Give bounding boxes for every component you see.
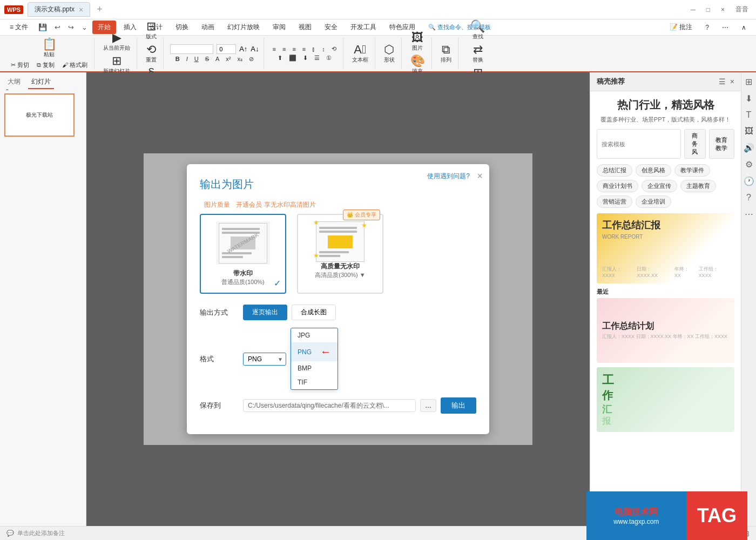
font-family-input[interactable] (170, 44, 213, 54)
tag-theme[interactable]: 主题教育 (680, 180, 716, 192)
underline-button[interactable]: U (192, 55, 201, 63)
maximize-button[interactable]: □ (703, 5, 713, 15)
font-size-input[interactable]: 0 (217, 44, 236, 54)
format-paint-button[interactable]: 🖌 格式刷 (60, 60, 90, 70)
menu-collapse[interactable]: ∧ (736, 22, 752, 33)
line-space-button[interactable]: ↕ (320, 45, 327, 53)
superscript-button[interactable]: x² (224, 55, 233, 63)
col-layout-button[interactable]: ⫿ (310, 45, 318, 53)
quality-watermark-option[interactable]: WATERMARK 带水印 普通品质(100%) ✓ (200, 214, 286, 294)
play-button[interactable]: ▶ 从当前开始 (101, 31, 132, 53)
reset-button[interactable]: ⟲ 重置 (144, 43, 159, 65)
dropdown-bmp[interactable]: BMP (291, 361, 338, 375)
panel-close-icon[interactable]: × (730, 77, 734, 86)
right-icon-help[interactable]: ? (746, 193, 751, 202)
right-icon-time[interactable]: 🕐 (744, 176, 754, 186)
menu-help[interactable]: ? (700, 22, 714, 33)
menu-view[interactable]: 视图 (293, 21, 317, 34)
font-color-button[interactable]: A (213, 55, 221, 63)
toolbar-save-icon[interactable]: 💾 (36, 22, 50, 33)
strikethrough-button[interactable]: S (203, 55, 211, 63)
save-path-input[interactable] (243, 399, 416, 412)
italic-button[interactable]: I (184, 55, 190, 63)
tab-slides[interactable]: 幻灯片 (28, 76, 54, 89)
slide-thumbnail-1[interactable]: 1 极光下载站 (4, 93, 75, 137)
template-pink[interactable]: 工作总结计划 汇报人：XXXX 日期：XXXX.XX 年终：XX 工作组：XXX… (597, 298, 734, 363)
tab-close-icon[interactable]: × (79, 5, 83, 14)
user-avatar[interactable]: 音音 (732, 4, 752, 15)
clear-format-button[interactable]: ⊘ (247, 55, 256, 63)
tab-outline[interactable]: 大纲 (4, 76, 24, 89)
add-note-text[interactable]: 单击此处添加备注 (17, 529, 65, 537)
browse-button[interactable]: … (420, 399, 436, 412)
page-by-page-button[interactable]: 逐页输出 (243, 305, 287, 320)
font-size-down-icon[interactable]: A↓ (251, 45, 259, 53)
right-icon-sound[interactable]: 🔊 (744, 143, 754, 153)
menu-security[interactable]: 安全 (319, 21, 343, 34)
align-center-button[interactable]: ≡ (280, 45, 288, 53)
canvas-area[interactable]: 极光下载站 输出为图片 使用遇到问题? × 图片质量 开通会员 享无水印高清图片 (86, 72, 590, 526)
dropdown-jpg[interactable]: JPG (291, 328, 338, 342)
menu-animation[interactable]: 动画 (196, 21, 220, 34)
text-direction-button[interactable]: ⟲ (329, 45, 339, 53)
export-button[interactable]: 输出 (441, 397, 476, 414)
right-icon-settings[interactable]: ⚙ (745, 159, 753, 170)
toolbar-more-icon[interactable]: ⌄ (79, 22, 90, 33)
justify-button[interactable]: ≡ (300, 45, 308, 53)
active-tab[interactable]: 演示文稿.pptx × (28, 2, 90, 17)
menu-devtools[interactable]: 开发工具 (345, 21, 382, 34)
valign-mid-button[interactable]: ⬛ (287, 54, 299, 62)
tag-business[interactable]: 商业计划书 (597, 180, 638, 192)
menu-more-dots[interactable]: ⋯ (717, 22, 734, 33)
cut-button[interactable]: ✂ 剪切 (9, 60, 31, 70)
right-icon-text[interactable]: T (746, 110, 752, 120)
close-window-button[interactable]: × (718, 5, 728, 15)
right-icon-more[interactable]: ⋯ (745, 209, 753, 219)
tag-training[interactable]: 企业培训 (636, 195, 671, 208)
font-size-up-icon[interactable]: A↑ (239, 45, 247, 53)
layout-button[interactable]: ⊟ 版式 (144, 19, 159, 42)
replace-button[interactable]: ⇄ 替换 (470, 43, 485, 65)
right-icon-layout[interactable]: ⊞ (745, 77, 752, 87)
tag-marketing[interactable]: 营销运营 (597, 195, 632, 208)
image-button[interactable]: 🖼 图片 (409, 31, 426, 53)
dialog-help-link[interactable]: 使用遇到问题? (427, 172, 470, 181)
slide-thumb-area[interactable]: 1 极光下载站 (0, 89, 86, 526)
template-yellow[interactable]: 工作总结汇报 WORK REPORT 汇报人：XXXX 日期：XXXX.XX 年… (597, 213, 734, 284)
paste-button[interactable]: 📋 粘贴 (40, 37, 59, 59)
textbox-button[interactable]: A⃞ 文本框 (350, 43, 370, 65)
numbering-button[interactable]: ① (324, 54, 334, 62)
find-button[interactable]: 🔍 查找 (468, 19, 487, 42)
quality-hd-option[interactable]: 👑 会员专享 ★ ★ ★ (297, 214, 383, 294)
file-menu[interactable]: ≡ 文件 (4, 21, 33, 34)
subscript-button[interactable]: x₂ (235, 55, 245, 63)
tag-courseware[interactable]: 教学课件 (674, 164, 710, 177)
template-green[interactable]: 工 作 汇 报 (597, 367, 734, 432)
panel-list-icon[interactable]: ☰ (719, 77, 726, 86)
toolbar-redo-icon[interactable]: ↪ (65, 22, 77, 33)
shape-button[interactable]: ⬡ 形状 (382, 43, 397, 65)
panel-search-input[interactable] (597, 129, 681, 159)
copy-button[interactable]: ⧉ 复制 (35, 60, 57, 70)
menu-slideshow[interactable]: 幻灯片放映 (222, 21, 265, 34)
list-button[interactable]: ☰ (312, 54, 322, 62)
menu-transition[interactable]: 切换 (170, 21, 194, 34)
valign-bot-button[interactable]: ⬇ (301, 54, 310, 62)
tag-enterprise[interactable]: 企业宣传 (642, 180, 677, 192)
dialog-close-button[interactable]: × (477, 171, 483, 182)
right-icon-image[interactable]: 🖼 (745, 126, 753, 136)
add-tab-button[interactable]: + (92, 4, 107, 15)
hd-dropdown-arrow[interactable]: ▼ (360, 272, 366, 278)
arrange-button[interactable]: ⧉ 排列 (438, 43, 454, 65)
menu-review[interactable]: 审阅 (267, 21, 291, 34)
menu-comment[interactable]: 📝 批注 (664, 21, 698, 34)
minimize-button[interactable]: ─ (687, 5, 699, 15)
panel-category-1[interactable]: 商务风 (684, 129, 706, 159)
valign-top-button[interactable]: ⬆ (275, 54, 285, 62)
tag-summary[interactable]: 总结汇报 (597, 164, 632, 177)
panel-category-2[interactable]: 教育教学 (709, 129, 734, 159)
format-select[interactable]: JPG PNG BMP TIF (243, 353, 286, 366)
tag-creative[interactable]: 创意风格 (636, 164, 671, 177)
bold-button[interactable]: B (173, 55, 182, 63)
align-left-button[interactable]: ≡ (271, 45, 278, 53)
